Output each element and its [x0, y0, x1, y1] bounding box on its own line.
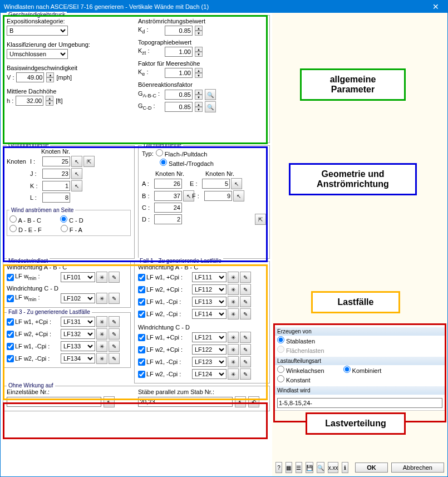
distribution-header: Lastaufteilungsart	[275, 357, 445, 365]
ke-input[interactable]	[165, 68, 193, 78]
save-icon[interactable]: 💾	[306, 462, 313, 473]
node-e-input[interactable]	[202, 179, 230, 189]
callout-dist: Lastverteilung	[306, 412, 406, 435]
exposure-select[interactable]: B	[7, 26, 68, 36]
enclosure-label: Klassifizierung der Umgebung:	[7, 41, 135, 48]
info-icon[interactable]: ℹ	[342, 462, 348, 473]
apply-members-input[interactable]	[277, 398, 442, 408]
node-i-input[interactable]	[42, 156, 70, 166]
new-icon[interactable]: ✳	[96, 272, 107, 283]
node-l-input[interactable]	[42, 193, 70, 203]
case1-group: Fall 1 - Zu generierende Lastfälle Windr…	[134, 261, 270, 383]
tool2-icon[interactable]: ☰	[296, 462, 302, 473]
v-input[interactable]	[16, 72, 44, 82]
edit-icon[interactable]: ✎	[109, 272, 120, 283]
lf133-select[interactable]: LF133	[61, 341, 95, 351]
callout-geom: Geometrie und Anströmrichtung	[289, 163, 417, 195]
node-f-input[interactable]	[204, 191, 232, 201]
base-geometry-group: Grundgeometrie Knoten Nr. KnotenI :↖⇱ J …	[3, 145, 135, 259]
lf132-select[interactable]: LF132	[61, 329, 95, 339]
pick-icon[interactable]: ↖	[71, 180, 82, 191]
side-abc-radio[interactable]: A - B - C	[9, 215, 41, 224]
min-wind-group: Mindestwindlast Windrichtung A - B - C L…	[3, 261, 131, 308]
generate-header: Erzeugen von	[275, 327, 445, 336]
spin-up[interactable]: ▲	[46, 72, 54, 77]
comb-radio[interactable]: Kombiniert	[343, 366, 382, 374]
new-icon[interactable]: ✳	[96, 293, 107, 304]
pick-all-icon[interactable]: ⇱	[83, 156, 95, 167]
window-title: Windlasten nach ASCE/SEI 7-16 generieren…	[4, 3, 427, 10]
view-icon[interactable]: 🔍	[317, 462, 324, 473]
lf131-select[interactable]: LF131	[61, 317, 95, 327]
lf111-select[interactable]: LF111	[192, 272, 227, 282]
node-d-input[interactable]	[154, 214, 182, 224]
lfwmin-abc-check[interactable]	[7, 274, 14, 281]
lf102-select[interactable]: LF102	[61, 293, 95, 303]
side-def-radio[interactable]: D - E - F	[9, 225, 42, 233]
callout-params: allgemeine Parameter	[300, 68, 406, 101]
pick-icon[interactable]: ↖	[235, 396, 246, 407]
node-b-input[interactable]	[154, 191, 182, 201]
parallel-members-input[interactable]	[138, 397, 233, 407]
close-icon[interactable]: ✕	[427, 2, 444, 11]
callout-lf: Lastfälle	[311, 291, 400, 313]
roof-gable-radio[interactable]: Sattel-/Trogdach	[160, 159, 214, 167]
enclosure-select[interactable]: Umschlossen	[7, 49, 68, 59]
lf124-select[interactable]: LF124	[192, 369, 227, 379]
lf101-select[interactable]: LF101	[61, 272, 95, 282]
titlebar: Windlasten nach ASCE/SEI 7-16 generieren…	[1, 1, 447, 13]
case3-group: Fall 3 - Zu generierende Lastfälle LF w1…	[3, 312, 131, 368]
lf114-select[interactable]: LF114	[192, 309, 227, 319]
single-members-input[interactable]	[7, 397, 101, 407]
node-a-input[interactable]	[154, 179, 182, 189]
side-cd-radio[interactable]: C - D	[60, 215, 83, 224]
pick-all-icon[interactable]: ⇱	[255, 214, 266, 225]
kd-input[interactable]	[165, 26, 193, 36]
node-k-input[interactable]	[42, 181, 70, 191]
edit-icon[interactable]: ✎	[109, 293, 120, 304]
magnify-icon[interactable]: 🔍	[205, 101, 216, 112]
pick-icon[interactable]: ↖	[231, 178, 242, 189]
pick-icon[interactable]: ↖	[71, 156, 82, 167]
roof-geometry-group: Dachgeometrie Typ: Flach-/Pultdach Satte…	[138, 145, 270, 259]
pick-icon[interactable]: ↖	[233, 190, 244, 201]
ok-button[interactable]: OK	[355, 463, 388, 473]
lf122-select[interactable]: LF122	[192, 345, 227, 355]
lfwmin-cd-check[interactable]	[7, 295, 14, 302]
precision-icon[interactable]: x.xx	[328, 462, 339, 473]
magnify-icon[interactable]: 🔍	[205, 89, 216, 100]
node-j-input[interactable]	[42, 169, 70, 179]
lf134-select[interactable]: LF134	[61, 353, 95, 363]
member-loads-radio[interactable]: Stablasten	[277, 336, 315, 345]
velocity-pressure-group: Geschwindigkeitsdruck Expositionskategor…	[3, 15, 270, 143]
undo-icon[interactable]: ↶	[248, 396, 259, 407]
tool1-icon[interactable]: ▦	[285, 462, 292, 473]
lf121-select[interactable]: LF121	[192, 332, 227, 342]
lf113-select[interactable]: LF113	[192, 297, 227, 307]
help-icon[interactable]: ?	[275, 462, 282, 473]
const-radio[interactable]: Konstant	[277, 375, 310, 383]
gabc-input[interactable]	[165, 90, 193, 100]
area-loads-radio[interactable]: Flächenlasten	[277, 346, 324, 354]
cancel-button[interactable]: Abbrechen	[391, 463, 444, 473]
gcd-input[interactable]	[165, 102, 193, 112]
roof-flat-radio[interactable]: Flach-/Pultdach	[156, 149, 208, 158]
spin-down[interactable]: ▼	[46, 77, 54, 82]
exposure-label: Expositionskategorie:	[7, 18, 135, 24]
axis-radio[interactable]: Winkelachsen	[277, 366, 324, 374]
pick-icon[interactable]: ↖	[104, 396, 115, 407]
no-effect-group: Ohne Wirkung auf Einzelstäbe Nr.: ↖ Stäb…	[3, 386, 270, 411]
lf112-select[interactable]: LF112	[192, 284, 227, 294]
apply-header: Windlast wird	[275, 386, 445, 395]
node-c-input[interactable]	[154, 203, 182, 213]
side-fa-radio[interactable]: F - A	[61, 225, 82, 233]
lf123-select[interactable]: LF123	[192, 357, 227, 367]
h-input[interactable]	[16, 96, 43, 106]
kzt-input[interactable]	[165, 47, 193, 57]
pick-icon[interactable]: ↖	[71, 168, 82, 179]
